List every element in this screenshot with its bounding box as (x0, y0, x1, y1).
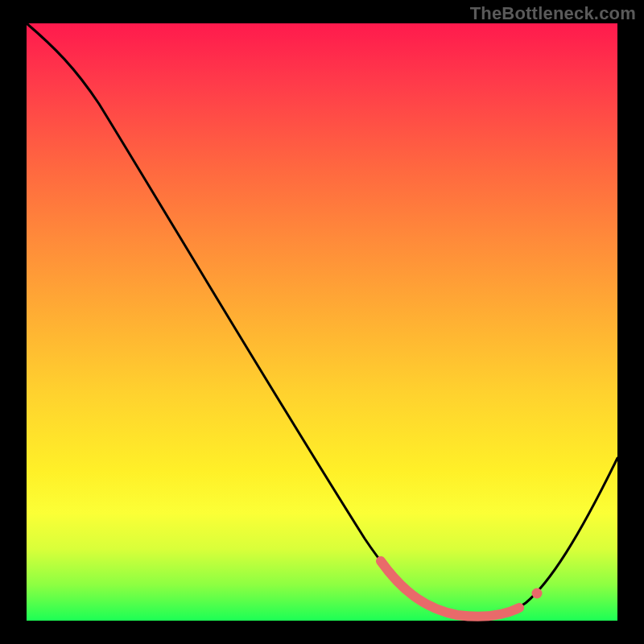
chart-frame: TheBottleneck.com (0, 0, 644, 644)
watermark-text: TheBottleneck.com (470, 3, 636, 24)
curve-svg (27, 23, 617, 621)
bottleneck-curve (27, 23, 617, 617)
optimal-point-marker (532, 588, 543, 599)
plot-area (27, 23, 617, 621)
optimal-range-highlight (381, 561, 519, 617)
